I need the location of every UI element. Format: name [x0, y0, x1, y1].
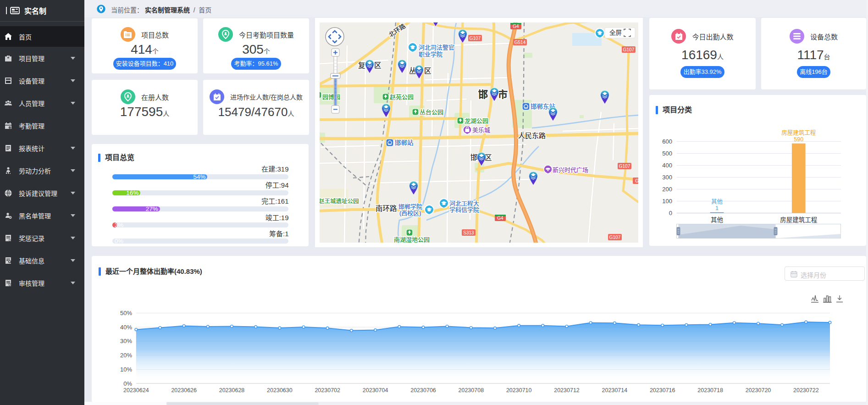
svg-text:邯郸站: 邯郸站	[395, 139, 414, 146]
svg-text:20230710: 20230710	[506, 387, 532, 394]
svg-text:20230706: 20230706	[410, 387, 436, 394]
svg-text:0: 0	[669, 210, 672, 216]
svg-text:20%: 20%	[120, 352, 132, 359]
svg-text:G107: G107	[609, 235, 621, 240]
svg-text:20230630: 20230630	[267, 387, 293, 394]
svg-text:新兴时代广场: 新兴时代广场	[553, 166, 588, 173]
svg-text:赵苑公园: 赵苑公园	[390, 94, 414, 100]
svg-text:河北工程大: 河北工程大	[449, 200, 479, 207]
svg-text:G4: G4	[513, 24, 519, 29]
svg-text:龙湖公园: 龙湖公园	[464, 117, 488, 124]
svg-text:职业学院: 职业学院	[419, 51, 442, 58]
svg-text:河北司法警官: 河北司法警官	[419, 44, 454, 51]
svg-text:其他: 其他	[711, 216, 723, 223]
svg-text:0%: 0%	[123, 380, 132, 387]
svg-text:600: 600	[662, 138, 672, 145]
svg-text:100: 100	[662, 198, 672, 205]
svg-text:园博园: 园博园	[322, 94, 340, 100]
svg-text:200: 200	[662, 186, 672, 193]
svg-text:学科信学院: 学科信学院	[449, 206, 479, 213]
svg-text:20230712: 20230712	[554, 387, 580, 394]
svg-text:市: 市	[498, 89, 508, 100]
svg-text:20230708: 20230708	[458, 387, 484, 394]
svg-text:其他: 其他	[711, 199, 723, 205]
svg-text:10%: 10%	[120, 366, 132, 373]
svg-text:20230714: 20230714	[602, 387, 628, 394]
svg-text:G107: G107	[619, 164, 630, 169]
svg-text:20230716: 20230716	[650, 387, 675, 394]
svg-text:20230702: 20230702	[315, 387, 340, 394]
svg-text:复: 复	[358, 61, 365, 69]
svg-text:400: 400	[662, 162, 672, 169]
svg-text:G514: G514	[514, 40, 526, 45]
svg-text:20230720: 20230720	[746, 387, 771, 394]
svg-text:20230624: 20230624	[123, 387, 149, 394]
svg-text:50%: 50%	[120, 310, 132, 316]
svg-text:全屏: 全屏	[609, 29, 622, 36]
svg-text:20230626: 20230626	[171, 387, 197, 394]
svg-text:区: 区	[374, 61, 381, 69]
svg-text:人民东路: 人民东路	[518, 132, 546, 139]
svg-text:40%: 40%	[120, 324, 132, 331]
svg-text:南环路: 南环路	[376, 205, 397, 212]
svg-text:邯: 邯	[478, 89, 488, 100]
svg-text:G107: G107	[623, 47, 635, 52]
svg-text:南湖湿地公园: 南湖湿地公园	[394, 236, 430, 243]
svg-text:美乐城: 美乐城	[472, 127, 490, 133]
svg-text:500: 500	[662, 150, 672, 157]
svg-text:20230628: 20230628	[219, 387, 245, 394]
svg-text:G4: G4	[497, 216, 503, 221]
svg-text:(西校区): (西校区)	[399, 210, 421, 216]
svg-text:590: 590	[794, 136, 803, 143]
svg-text:邯郸学院: 邯郸学院	[398, 203, 422, 210]
svg-text:S313: S313	[463, 230, 474, 235]
svg-text:20230718: 20230718	[697, 387, 723, 394]
svg-text:30%: 30%	[120, 338, 132, 344]
svg-text:丛台公园: 丛台公园	[420, 109, 443, 116]
svg-text:20230704: 20230704	[363, 387, 388, 394]
svg-text:区: 区	[424, 67, 431, 75]
svg-text:房屋建筑工程: 房屋建筑工程	[780, 216, 817, 223]
svg-text:300: 300	[662, 174, 672, 181]
svg-text:1: 1	[715, 205, 719, 211]
svg-text:邯: 邯	[470, 154, 478, 161]
svg-text:20230722: 20230722	[793, 387, 819, 394]
svg-text:赵王城遗址公园: 赵王城遗址公园	[319, 198, 359, 205]
svg-text:房屋建筑工程: 房屋建筑工程	[781, 129, 816, 136]
svg-text:G107: G107	[470, 36, 481, 41]
